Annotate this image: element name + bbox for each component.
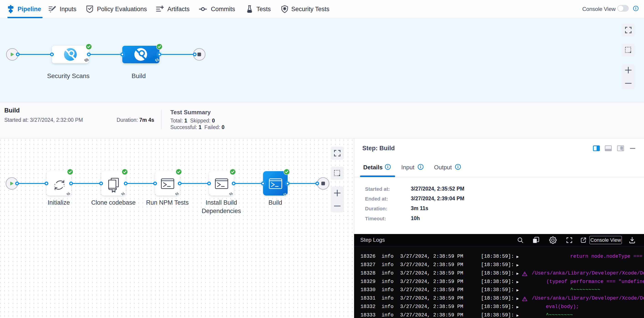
svg-text:Build: Build	[132, 72, 146, 79]
svg-text:Build: Build	[268, 199, 282, 206]
svg-text:Security Scans: Security Scans	[47, 72, 90, 79]
svg-text:Run NPM Tests: Run NPM Tests	[146, 199, 188, 206]
svg-text:Dependencies: Dependencies	[202, 208, 241, 214]
svg-text:Install Build: Install Build	[206, 199, 237, 206]
svg-text:Clone codebase: Clone codebase	[91, 199, 136, 206]
svg-text:Initialize: Initialize	[48, 199, 70, 206]
